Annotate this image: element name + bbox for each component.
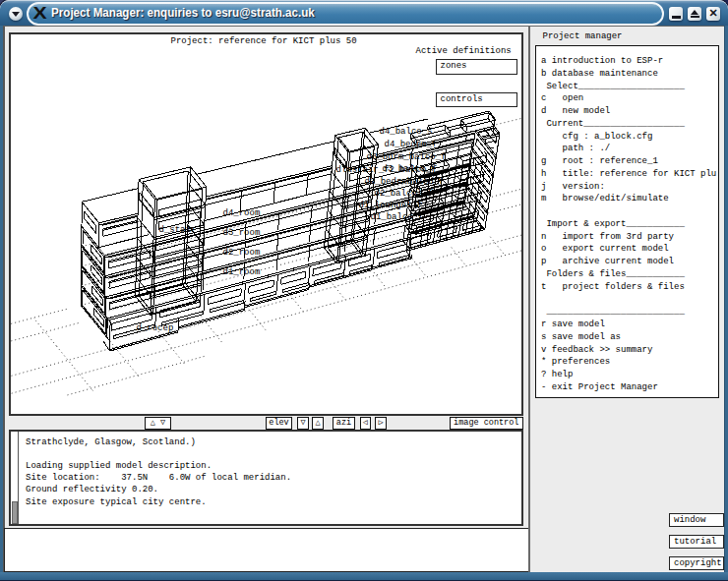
svg-text:d1_balco_f: d1_balco_f	[370, 212, 423, 222]
svg-text:d4_room: d4_room	[222, 208, 260, 218]
svg-text:d4_balco_s: d4_balco_s	[379, 127, 432, 137]
svg-text:d1_room: d1_room	[222, 267, 260, 277]
svg-text:d1_loungel_f: d1_loungel_f	[358, 201, 422, 210]
svg-text:d2_bedrmbalcd_f: d2_bedrmbalcd_f	[364, 177, 444, 187]
svg-text:d_recep: d_recep	[136, 323, 173, 333]
svg-text:d2_balcol_f: d2_balcol_f	[374, 189, 432, 199]
svg-text:d3_room: d3_room	[222, 228, 260, 238]
svg-text:d_stair: d_stair	[158, 225, 196, 235]
svg-text:d2_room: d2_room	[222, 248, 260, 258]
svg-text:d3_balco_f: d3_balco_f	[382, 164, 435, 174]
svg-text:d3_bdrm_balco_f: d3_bdrm_balco_f	[366, 152, 446, 162]
svg-text:d4_bedrm_f: d4_bedrm_f	[384, 140, 437, 149]
